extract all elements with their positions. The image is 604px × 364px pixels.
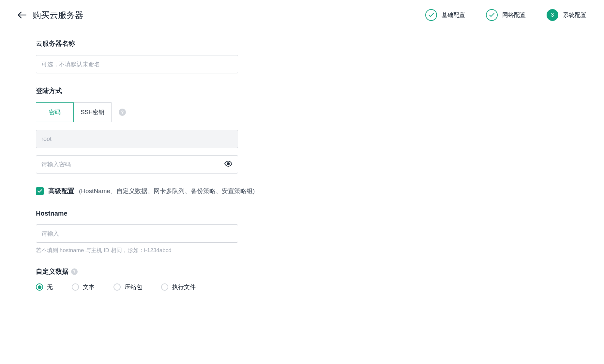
page-title: 购买云服务器 xyxy=(33,9,83,21)
radio-label: 执行文件 xyxy=(172,283,196,291)
radio-executable[interactable]: 执行文件 xyxy=(161,283,196,291)
advanced-config-checkbox[interactable] xyxy=(36,187,44,195)
step-network-config[interactable]: 网络配置 xyxy=(486,9,526,21)
tab-password[interactable]: 密码 xyxy=(36,102,74,122)
help-icon[interactable]: ? xyxy=(119,109,126,116)
radio-text[interactable]: 文本 xyxy=(72,283,95,291)
radio-input[interactable] xyxy=(113,283,121,291)
login-method-label: 登陆方式 xyxy=(36,86,586,95)
step-circle-done xyxy=(486,9,498,21)
advanced-config-toggle[interactable]: 高级配置 (HostName、自定义数据、网卡多队列、备份策略、安置策略组) xyxy=(36,187,586,195)
server-name-section: 云服务器名称 xyxy=(36,39,586,73)
step-indicator: 基础配置 网络配置 3 系统配置 xyxy=(425,9,586,21)
step-system-config[interactable]: 3 系统配置 xyxy=(547,9,586,21)
radio-label: 无 xyxy=(47,283,53,291)
step-label: 网络配置 xyxy=(502,11,526,19)
advanced-config-label: 高级配置 xyxy=(48,187,74,195)
radio-label: 文本 xyxy=(83,283,95,291)
arrow-left-icon xyxy=(18,11,27,19)
tab-ssh-key[interactable]: SSH密钥 xyxy=(74,102,112,122)
custom-data-radio-group: 无 文本 压缩包 执行文件 xyxy=(36,283,586,291)
eye-icon xyxy=(224,161,232,167)
radio-input[interactable] xyxy=(161,283,168,291)
radio-archive[interactable]: 压缩包 xyxy=(113,283,142,291)
check-icon xyxy=(38,189,42,193)
login-method-section: 登陆方式 密码 SSH密钥 ? xyxy=(36,86,586,174)
radio-label: 压缩包 xyxy=(125,283,142,291)
server-name-label: 云服务器名称 xyxy=(36,39,586,48)
step-basic-config[interactable]: 基础配置 xyxy=(425,9,465,21)
advanced-config-hint: (HostName、自定义数据、网卡多队列、备份策略、安置策略组) xyxy=(79,187,255,195)
check-icon xyxy=(489,13,494,17)
hostname-section: Hostname 若不填则 hostname 与主机 ID 相同，形如：i-12… xyxy=(36,210,586,254)
step-label: 基础配置 xyxy=(442,11,465,19)
step-label: 系统配置 xyxy=(563,11,586,19)
step-circle-active: 3 xyxy=(547,9,558,21)
password-input[interactable] xyxy=(36,155,238,174)
back-button[interactable] xyxy=(18,10,27,20)
custom-data-section: 自定义数据 ? 无 文本 压缩包 执行文件 xyxy=(36,267,586,291)
step-divider xyxy=(471,15,480,15)
radio-input[interactable] xyxy=(72,283,79,291)
username-input xyxy=(36,130,238,148)
radio-none[interactable]: 无 xyxy=(36,283,53,291)
show-password-button[interactable] xyxy=(224,161,232,168)
hostname-input[interactable] xyxy=(36,224,238,243)
server-name-input[interactable] xyxy=(36,55,238,73)
step-circle-done xyxy=(425,9,437,21)
page-header: 购买云服务器 基础配置 网络配置 xyxy=(18,9,586,21)
check-icon xyxy=(429,13,434,17)
radio-input[interactable] xyxy=(36,283,43,291)
custom-data-label: 自定义数据 xyxy=(36,267,68,276)
hostname-label: Hostname xyxy=(36,210,586,217)
svg-point-0 xyxy=(227,163,230,165)
help-icon[interactable]: ? xyxy=(71,268,78,275)
hostname-hint: 若不填则 hostname 与主机 ID 相同，形如：i-1234abcd xyxy=(36,247,586,254)
step-divider xyxy=(532,15,541,15)
